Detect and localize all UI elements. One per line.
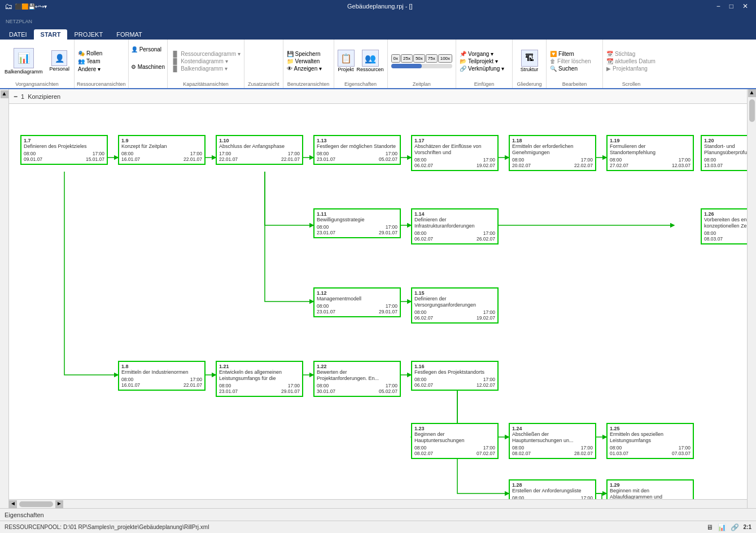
scale-0x[interactable]: 0x bbox=[391, 54, 400, 63]
ribbon-group-benutzeransichten: 💾Speichern 📁Verwalten 👁Anzeigen▾ Benutze… bbox=[283, 40, 334, 88]
bearbeiten-label: Bearbeiten bbox=[550, 81, 599, 87]
task-node-1-8[interactable]: 1.8 Ermitteln der Industrienormen 08:001… bbox=[118, 361, 206, 391]
row-label: Konzipieren bbox=[28, 93, 60, 100]
task-node-1-12[interactable]: 1.12 Managementmodell 08:0017:00 23.01.0… bbox=[313, 287, 401, 317]
ribbon-group-kapazitaetsansichten: ▐▌Ressourcendiagramm▾ ▐▌Kostendiagramm▾ … bbox=[168, 40, 244, 88]
v-scroll-thumb[interactable] bbox=[749, 99, 755, 122]
vorgangsansichten-label: Vorgangsansichten bbox=[2, 81, 72, 87]
properties-panel: Eigenschaften bbox=[0, 508, 756, 521]
vertical-scrollbar[interactable]: ▲ bbox=[747, 89, 756, 508]
title-bar-controls[interactable]: − □ ✕ bbox=[713, 2, 751, 10]
ressourcenansichten-label: Ressourcenansichten bbox=[77, 81, 126, 87]
balkendiagramm-button[interactable]: 📊 Balkendiagramm bbox=[2, 47, 45, 76]
scale-100x[interactable]: 100x bbox=[438, 54, 452, 63]
ribbon-group-scrollen: 📅Stichtag 📆aktuelles Datum ▶Projektanfan… bbox=[603, 40, 659, 88]
maximize-button[interactable]: □ bbox=[726, 2, 737, 10]
title-bar-title: Gebäudeplanung.rpj - [] bbox=[47, 3, 713, 10]
rollen-button[interactable]: 🎭Rollen bbox=[77, 50, 126, 57]
minimize-button[interactable]: − bbox=[713, 2, 724, 10]
vorgang-button[interactable]: 📌Vorgang▾ bbox=[460, 51, 509, 57]
task-node-1-22[interactable]: 1.22 Bewerten der Projektanforderungen. … bbox=[313, 361, 401, 397]
projekt-button[interactable]: 📋 Projekt bbox=[338, 50, 355, 72]
scale-25x[interactable]: 25x bbox=[401, 54, 413, 63]
status-icon-1: 🖥 bbox=[706, 523, 713, 531]
task-node-1-16[interactable]: 1.16 Festlegen des Projektstandorts 08:0… bbox=[411, 361, 499, 391]
task-node-1-20[interactable]: 1.20 Standort- und Planungsüberprüfung 0… bbox=[701, 135, 747, 171]
filtern-button[interactable]: 🔽Filtern bbox=[550, 51, 599, 57]
anzeigen-button[interactable]: 👁Anzeigen▾ bbox=[287, 65, 330, 72]
close-button[interactable]: ✕ bbox=[739, 2, 751, 10]
row-header: − 1 Konzipieren bbox=[9, 89, 747, 104]
gliederung-label: Gliederung bbox=[516, 81, 543, 87]
collapse-button[interactable]: − bbox=[14, 93, 18, 101]
task-node-1-19[interactable]: 1.19 Formulieren der Standortempfehlung … bbox=[606, 135, 694, 171]
eigenschaften-label: Eigenschaften bbox=[338, 81, 384, 87]
ressourcendiagramm-button[interactable]: ▐▌Ressourcendiagramm▾ bbox=[171, 51, 241, 57]
scale-50x[interactable]: 50x bbox=[413, 54, 425, 63]
tab-start[interactable]: START bbox=[34, 29, 68, 40]
row-number: 1 bbox=[21, 93, 24, 100]
task-node-1-11[interactable]: 1.11 Bewilligungsstrategie 08:0017:00 23… bbox=[313, 208, 401, 238]
personal-medium-button[interactable]: 👤 Personal bbox=[47, 49, 72, 73]
task-node-1-13[interactable]: 1.13 Festlegen der möglichen Standorte 0… bbox=[313, 135, 401, 165]
ressourcen-button[interactable]: 👥 Ressourcen bbox=[357, 50, 384, 72]
struktur-button[interactable]: 🏗 Struktur bbox=[521, 50, 539, 72]
ribbon-group-ressourcenansichten: 🎭Rollen 👥Team Andere▾ Ressourcenansichte… bbox=[75, 40, 129, 88]
vertical-scrollbar-left[interactable]: ▲ bbox=[0, 89, 9, 508]
speichern-button[interactable]: 💾Speichern bbox=[287, 51, 330, 57]
kostendiagramm-button[interactable]: ▐▌Kostendiagramm▾ bbox=[171, 58, 241, 64]
stichtag-button[interactable]: 📅Stichtag bbox=[606, 51, 656, 57]
maschinen-button[interactable]: ⚙Maschinen bbox=[131, 64, 165, 70]
horizontal-scrollbar[interactable]: ◄ ► bbox=[9, 499, 747, 508]
projektanfang-button[interactable]: ▶Projektanfang bbox=[606, 65, 656, 72]
kapazitaetsansichten-label: Kapazitätsansichten bbox=[171, 81, 241, 87]
netz-canvas[interactable]: 1.7 Definieren des Projektzieles 08:0017… bbox=[9, 104, 747, 499]
scale-75x[interactable]: 75x bbox=[426, 54, 438, 63]
tab-format[interactable]: FORMAT bbox=[110, 29, 149, 40]
task-node-1-26[interactable]: 1.26 Vorbereiten des endgültigen konzept… bbox=[701, 208, 747, 244]
properties-label: Eigenschaften bbox=[5, 512, 44, 518]
task-node-1-10[interactable]: 1.10 Abschluss der Anfangsphase 17:0017:… bbox=[216, 135, 303, 165]
verwalten-button[interactable]: 📁Verwalten bbox=[287, 58, 330, 64]
task-node-1-21[interactable]: 1.21 Entwickeln des allgemeinen Leistung… bbox=[216, 361, 303, 397]
balkendiagramm-kap-button[interactable]: ▐▌Balkendiagramm▾ bbox=[171, 65, 241, 72]
task-node-1-14[interactable]: 1.14 Definieren der Infrastrukturanforde… bbox=[411, 208, 499, 244]
ribbon-group-bearbeiten: 🔽Filtern 🗑Filter löschen 🔍Suchen Bearbei… bbox=[547, 40, 603, 88]
status-bar: RESSOURCENPOOL: D:\01 RP\Samples\n_proje… bbox=[0, 521, 756, 533]
zusatzansicht-label: Zusatzansicht bbox=[248, 81, 279, 87]
h-scroll-thumb[interactable] bbox=[19, 501, 53, 507]
suchen-button[interactable]: 🔍Suchen bbox=[550, 65, 599, 72]
teilprojekt-button[interactable]: 📂Teilprojekt▾ bbox=[460, 58, 509, 64]
netz-inner: 1.7 Definieren des Projektzieles 08:0017… bbox=[9, 104, 747, 499]
personal-button[interactable]: 👤Personal bbox=[131, 46, 165, 53]
task-node-1-18[interactable]: 1.18 Ermitteln der erforderlichen Genehm… bbox=[509, 135, 596, 171]
zoom-level: 2:1 bbox=[744, 524, 751, 530]
ribbon-group-zusatzansicht: Zusatzansicht bbox=[244, 40, 283, 88]
benutzeransichten-label: Benutzeransichten bbox=[287, 81, 330, 87]
verknuepfung-button[interactable]: 🔗Verknüpfung▾ bbox=[460, 65, 509, 72]
task-node-1-7[interactable]: 1.7 Definieren des Projektzieles 08:0017… bbox=[20, 135, 108, 165]
task-node-1-17[interactable]: 1.17 Abschätzen der Einflüsse von Vorsch… bbox=[411, 135, 499, 171]
einfuegen-label: Einfügen bbox=[460, 81, 509, 87]
resource-pool-status: RESSOURCENPOOL: D:\01 RP\Samples\n_proje… bbox=[5, 524, 209, 530]
tab-datei[interactable]: DATEI bbox=[2, 29, 34, 40]
task-node-1-29[interactable]: 1.29 Beginnen mit den Ablaufdiagrammen u… bbox=[606, 479, 694, 499]
zeitplan-label: Zeitplan bbox=[391, 81, 453, 87]
andere-button[interactable]: Andere▾ bbox=[77, 65, 126, 73]
netz-plan-area: − 1 Konzipieren bbox=[9, 89, 747, 508]
task-node-1-15[interactable]: 1.15 Definieren der Versorgungsanforderu… bbox=[411, 287, 499, 324]
task-node-1-25[interactable]: 1.25 Ermitteln des speziellen Leistungsu… bbox=[606, 423, 694, 459]
ribbon-group-einfuegen: 📌Vorgang▾ 📂Teilprojekt▾ 🔗Verknüpfung▾ Ei… bbox=[456, 40, 513, 88]
aktuelles-datum-button[interactable]: 📆aktuelles Datum bbox=[606, 58, 656, 64]
task-node-1-28[interactable]: 1.28 Erstellen der Anforderungsliste 08:… bbox=[509, 479, 596, 499]
title-bar-left: 🗂 ⬛🟧💾↩↪▾ bbox=[5, 2, 47, 11]
filter-loeschen-button[interactable]: 🗑Filter löschen bbox=[550, 58, 599, 64]
status-icon-3: 🔗 bbox=[731, 523, 739, 531]
scrollen-label: Scrollen bbox=[606, 81, 656, 87]
task-node-1-9[interactable]: 1.9 Konzept für Zeitplan 08:0017:00 16.0… bbox=[118, 135, 206, 165]
team-button[interactable]: 👥Team bbox=[77, 58, 126, 65]
zeitplan-scale-buttons[interactable]: 0x 25x 50x 75x 100x bbox=[391, 54, 453, 68]
task-node-1-24[interactable]: 1.24 Abschließen der Hauptuntersuchungen… bbox=[509, 423, 596, 459]
task-node-1-23[interactable]: 1.23 Beginnen der Hauptuntersuchungen 08… bbox=[411, 423, 499, 459]
tab-projekt[interactable]: PROJEKT bbox=[67, 29, 110, 40]
